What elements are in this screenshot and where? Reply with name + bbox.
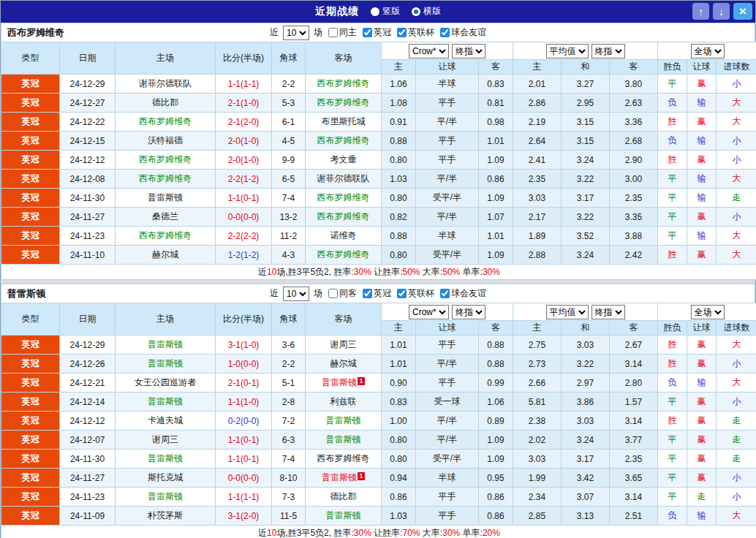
filter-checkbox-input[interactable]: [363, 289, 372, 298]
filter-checkbox-input[interactable]: [397, 289, 407, 298]
avg-away-cell: 2.35: [610, 450, 658, 469]
odds-select-header: Crow*终指: [382, 303, 513, 321]
radio-label: 横版: [423, 5, 441, 18]
avg-away-cell: 2.80: [610, 374, 658, 393]
avg-home-cell: 2.75: [513, 336, 562, 355]
layout-radio-horizontal[interactable]: 横版: [412, 5, 441, 18]
away-team-cell: 诺维奇: [306, 227, 382, 246]
handicap-cell: 半球: [416, 75, 479, 94]
down-arrow-icon: ↓: [719, 6, 724, 18]
match-count-select[interactable]: 10: [283, 26, 309, 40]
filter-checkbox[interactable]: 英联杯: [397, 26, 434, 39]
filter-checkbox-input[interactable]: [397, 28, 407, 37]
match-scope-select[interactable]: 全场: [691, 305, 725, 319]
filter-checkbox[interactable]: 球会友谊: [440, 287, 486, 300]
match-row: 英冠24-12-22西布罗姆维奇2-1(2-0)6-1布里斯托城0.91平/半0…: [1, 113, 756, 132]
titlebar: 近期战绩 竖版横版 ↑ ↓ ×: [1, 1, 755, 23]
filter-checkbox[interactable]: 英联杯: [397, 287, 434, 300]
match-row: 英冠24-11-30普雷斯顿1-1(0-1)7-4西布罗姆维奇0.80受平/半1…: [1, 189, 756, 208]
filter-checkbox[interactable]: 英冠: [363, 26, 391, 39]
handicap-cell: 平手: [416, 488, 479, 507]
filter-checkbox-input[interactable]: [363, 28, 372, 37]
avg-draw-cell: 3.24: [562, 246, 610, 265]
league-cell: 英冠: [1, 507, 60, 526]
radio-label: 竖版: [382, 5, 400, 18]
home-team-name: 谢周三: [152, 434, 178, 444]
column-subheader: 主: [382, 321, 416, 336]
odds-final-select[interactable]: 终指: [452, 44, 485, 58]
filter-checkbox[interactable]: 同客: [328, 287, 357, 300]
home-team-name: 西布罗姆维奇: [139, 230, 192, 240]
home-team-name: 卡迪夫城: [148, 415, 183, 425]
away-team-name: 布里斯托城: [322, 116, 366, 126]
home-team-name: 西布罗姆维奇: [139, 154, 192, 164]
home-team-cell: 普雷斯顿: [116, 355, 216, 374]
score-cell: 1-1(1-1): [216, 75, 272, 94]
avg-home-cell: 3.03: [513, 189, 562, 208]
layout-radio-vertical[interactable]: 竖版: [371, 5, 400, 18]
odds-home-cell: 0.86: [382, 488, 416, 507]
match-row: 英冠24-12-27德比郡2-1(1-0)5-3西布罗姆维奇1.08平手0.81…: [1, 94, 756, 113]
avg-home-cell: 2.73: [513, 355, 562, 374]
avg-draw-cell: 3.22: [562, 355, 610, 374]
odds-source-select[interactable]: Crow*: [409, 305, 449, 319]
handicap-cell: 受平/半: [416, 246, 479, 265]
avg-home-cell: 2.35: [513, 170, 562, 189]
avg-select-header: 平均值终指: [513, 303, 658, 321]
score-cell: 2-1(1-0): [216, 94, 272, 113]
avg-draw-cell: 3.13: [562, 507, 610, 526]
away-team-cell: 谢菲尔德联队: [306, 170, 382, 189]
filter-checkbox-input[interactable]: [328, 289, 338, 298]
match-row: 英冠24-12-29谢菲尔德联队1-1(1-1)2-2西布罗姆维奇1.06半球0…: [1, 75, 756, 94]
avg-final-select[interactable]: 终指: [591, 44, 625, 58]
handicap-cell: 平/半: [416, 208, 479, 227]
corners-cell: 2-2: [272, 75, 306, 94]
matches-unit-label: 场: [314, 26, 322, 39]
filter-checkbox-input[interactable]: [440, 28, 450, 37]
match-count-select[interactable]: 10: [283, 287, 309, 301]
odds-final-select[interactable]: 终指: [452, 305, 485, 319]
avg-home-cell: 2.19: [513, 113, 562, 132]
handicap-cell: 平/半: [416, 355, 479, 374]
odds-away-cell: 1.06: [479, 393, 513, 412]
filter-checkbox-input[interactable]: [328, 28, 338, 37]
avg-away-cell: 3.14: [610, 412, 658, 431]
odds-home-cell: 0.80: [382, 246, 416, 265]
move-up-button[interactable]: ↑: [692, 3, 709, 20]
close-button[interactable]: ×: [733, 3, 752, 20]
handicap-cell: 平/半: [416, 170, 479, 189]
avg-final-select[interactable]: 终指: [591, 305, 625, 319]
column-header-score: 比分(半场): [216, 303, 272, 336]
away-team-name: 西布罗姆维奇: [317, 249, 370, 259]
summary-text: 单率:: [460, 528, 483, 538]
result-goals-cell: 走: [717, 412, 756, 431]
result-outcome-cell: 负: [658, 94, 687, 113]
result-handicap-cell: 输: [687, 227, 717, 246]
result-outcome-cell: 平: [658, 450, 687, 469]
match-row: 英冠24-11-27桑德兰0-0(0-0)13-2西布罗姆维奇0.82平/半1.…: [1, 208, 756, 227]
avg-draw-cell: 3.07: [562, 488, 610, 507]
move-down-button[interactable]: ↓: [713, 3, 730, 20]
filter-checkbox[interactable]: 英冠: [363, 287, 391, 300]
avg-draw-cell: 3.03: [562, 412, 610, 431]
odds-home-cell: 0.80: [382, 189, 416, 208]
match-scope-select[interactable]: 全场: [691, 44, 725, 58]
odds-select-header: Crow*终指: [382, 42, 513, 60]
summary-text: 让胜率:: [371, 528, 403, 538]
filter-checkbox-input[interactable]: [440, 289, 450, 298]
avg-source-select[interactable]: 平均值: [546, 305, 589, 319]
home-team-cell: 斯托克城: [116, 469, 216, 488]
filter-checkbox[interactable]: 同主: [328, 26, 357, 39]
filter-checkbox-label: 球会友谊: [451, 26, 486, 39]
odds-home-cell: 1.03: [382, 507, 416, 526]
date-cell: 24-11-30: [60, 189, 116, 208]
home-team-name: 赫尔城: [152, 249, 178, 259]
odds-source-select[interactable]: Crow*: [409, 44, 449, 58]
filter-checkbox[interactable]: 球会友谊: [440, 26, 486, 39]
results-table: 类型日期主场比分(半场)角球客场Crow*终指平均值终指全场主让球客主和客胜负让…: [1, 303, 756, 538]
avg-draw-cell: 3.22: [562, 170, 610, 189]
away-team-cell: 普雷斯顿: [306, 507, 382, 526]
column-subheader: 让球: [687, 321, 717, 336]
date-cell: 24-12-12: [60, 151, 116, 170]
avg-source-select[interactable]: 平均值: [546, 44, 589, 58]
